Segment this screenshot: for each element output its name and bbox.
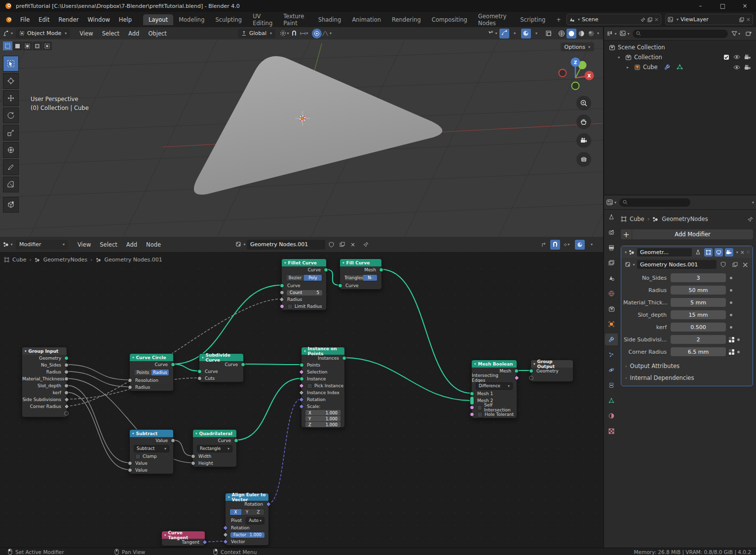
curve-socket[interactable] [338,284,342,288]
overlays-dropdown-icon[interactable]: ▾ [509,29,519,38]
pan-hand-icon[interactable] [576,114,591,129]
decorator-dot[interactable] [737,338,740,341]
field-value[interactable]: 3 [671,273,726,282]
curve-socket[interactable] [241,363,245,367]
snap-toggle-icon[interactable] [289,29,299,38]
node-fillet-curve[interactable]: ▾Fillet CurveCurveBezierPolyCurveCount5R… [281,259,327,310]
instances-socket[interactable] [342,356,346,361]
axis-gizmo[interactable]: Z X [557,53,594,91]
workspace-tab-texture-paint[interactable]: Texture Paint [278,11,312,29]
curve-socket[interactable] [324,268,328,272]
input-attribute-toggle-icon[interactable] [728,336,735,343]
node-header[interactable]: ▾Fill Curve [340,259,381,266]
option-x[interactable]: X [230,509,241,515]
option-radius[interactable]: Radius [151,370,169,375]
instance-socket[interactable] [300,377,304,381]
node-header[interactable]: ▾Instance on Points [302,347,344,355]
viewport-menu-object[interactable]: Object [144,30,171,37]
hole-tolerant-socket[interactable] [470,412,474,417]
drag-handle-icon[interactable]: ⁞⁞ [747,250,750,255]
disclosure-triangle-icon[interactable]: ▸ [627,65,632,70]
section-internal-dependencies[interactable]: ›Internal Dependencies [625,372,749,384]
field-value[interactable]: 0.500 [671,323,726,332]
decorator-dot[interactable] [730,326,732,329]
curve-socket[interactable] [197,370,202,374]
checkbox[interactable] [307,383,312,389]
field-value[interactable]: 6.5 mm [671,347,726,356]
proportional-edit-icon[interactable] [312,29,322,38]
node-header[interactable]: ▾Quadrilateral [193,430,236,437]
render-region-icon[interactable] [544,29,554,38]
pivot-point-icon[interactable]: ▾ [279,29,289,38]
add-modifier-button[interactable]: Add Modifier [632,229,753,239]
outliner-display-mode-icon[interactable]: ▾ [607,29,617,38]
breadcrumb-item[interactable]: Geometry Nodes.001 [105,257,162,263]
width-socket[interactable] [191,454,195,459]
copy-icon[interactable] [337,240,347,250]
edit-mode-display-icon[interactable] [694,248,702,257]
snap-mode-icon[interactable]: ⊹▾ [562,240,571,250]
collapse-icon[interactable]: ▾ [284,261,286,265]
tool-measure[interactable] [3,177,19,192]
collapse-icon[interactable]: ▾ [304,349,306,353]
checkbox[interactable] [477,412,483,417]
unlink-node-group-icon[interactable]: × [742,260,749,269]
overlay-toggle-icon[interactable] [575,240,585,250]
geometry-node-editor[interactable]: ▾ Modifier▾ ViewSelectAddNode ▾ Geometry… [0,237,603,548]
tool-transform[interactable] [3,142,19,158]
viewport-3d[interactable]: Options▾ User Perspective (0) Collection… [0,39,603,237]
breadcrumb-item[interactable]: Cube [12,257,26,263]
unlink-icon[interactable]: × [654,16,659,23]
checkbox[interactable] [135,454,141,459]
node-header[interactable]: ▾Mesh Boolean [472,360,517,368]
node-tree-type-dropdown[interactable]: Modifier▾ [16,240,68,250]
properties-options-icon[interactable]: ▾ [752,200,754,205]
value-socket[interactable] [171,439,175,443]
shading-wireframe-icon[interactable] [557,29,567,38]
checkbox[interactable] [287,304,293,309]
mesh-socket[interactable] [379,268,383,272]
node-curve-tangent[interactable]: ▾Curve TangentTangent [161,531,205,546]
option-n-gons[interactable]: N-gons [363,275,377,281]
height-socket[interactable] [191,461,195,466]
visibility-checkbox[interactable] [723,54,729,60]
eye-toggle-icon[interactable] [733,54,740,60]
overlay-dropdown-icon[interactable]: ▾ [586,240,596,250]
node-header[interactable]: ▾Subtract [130,430,173,437]
pivot-dropdown[interactable]: Auto▾ [246,517,265,524]
modifier-extras-icon[interactable]: ▾ [736,250,738,255]
option-bezier[interactable]: Bezier [286,275,304,281]
node-fill-curve[interactable]: ▾Fill CurveMeshTrianglesN-gonsCurve [340,259,382,290]
node-header[interactable]: ▾Curve Circle [130,354,173,361]
mesh-1-socket[interactable] [470,392,474,396]
properties-tab-texture[interactable] [605,425,618,437]
select-tweak-button[interactable] [3,41,12,50]
node-group-icon[interactable]: ▾ [236,240,246,250]
tool-cursor[interactable] [3,73,19,89]
collapse-icon[interactable]: ▾ [164,533,166,537]
overlays-icon[interactable] [499,29,509,38]
minimize-button[interactable]: – [689,0,712,12]
node-group-name-field[interactable]: Geometry Nodes.001 [637,260,717,269]
camera-view-icon[interactable] [576,133,591,148]
tool-select-box[interactable] [3,56,19,72]
camera-toggle-icon[interactable] [744,65,751,70]
workspace-tab-sculpting[interactable]: Sculpting [210,14,247,25]
node-dropdown[interactable]: Difference▾ [476,382,513,390]
new-collection-icon[interactable] [744,29,754,38]
editor-type-icon[interactable]: ▾ [3,29,13,38]
radius-socket[interactable] [64,370,69,374]
properties-tab-constraints[interactable] [605,379,618,391]
workspace-tab-layout[interactable]: Layout [143,14,173,25]
cuts-socket[interactable] [197,376,202,381]
tool-annotate[interactable] [3,159,19,175]
tool-add-primitive[interactable] [3,197,19,213]
plus-icon[interactable]: + [621,229,632,239]
outliner-search[interactable] [633,30,728,38]
xray-sphere-icon[interactable] [521,29,531,38]
collapse-icon[interactable]: ▾ [342,261,344,265]
decorator-dot[interactable] [730,277,732,279]
node-header[interactable]: ▾Group Output [531,360,573,368]
node-instance-on-points[interactable]: ▾Instance on PointsInstancesPointsSelect… [301,347,345,428]
menu-window[interactable]: Window [83,16,114,23]
